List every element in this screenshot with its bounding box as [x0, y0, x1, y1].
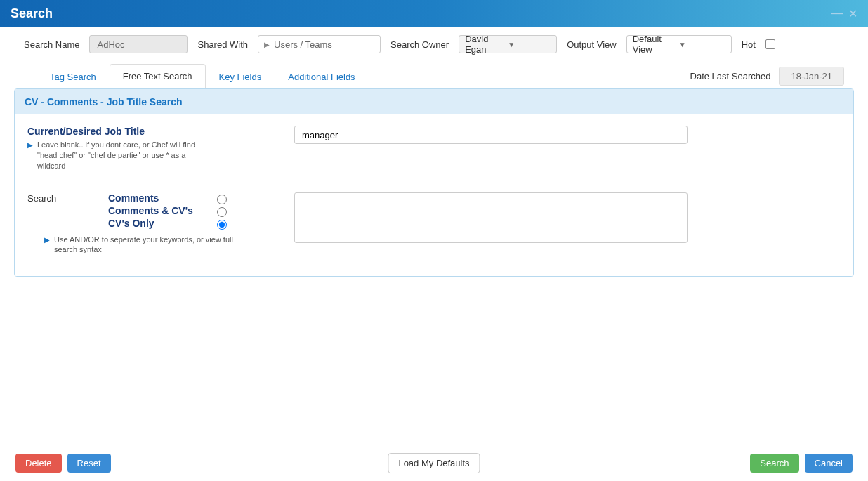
date-last-searched-group: Date Last Searched 18-Jan-21 [690, 67, 844, 86]
shared-with-value: Users / Teams [274, 39, 332, 50]
hot-checkbox[interactable] [765, 39, 775, 49]
panel-header: CV - Comments - Job Title Search [15, 89, 853, 114]
tabs: Tag Search Free Text Search Key Fields A… [37, 63, 369, 88]
chevron-down-icon: ▼ [508, 41, 551, 48]
footer: Delete Reset Load My Defaults Search Can… [0, 454, 868, 473]
date-last-searched-value: 18-Jan-21 [779, 67, 844, 86]
tab-tag-search[interactable]: Tag Search [37, 65, 110, 88]
search-owner-label: Search Owner [390, 39, 449, 50]
minimize-icon[interactable]: — [831, 7, 843, 20]
triangle-right-icon: ▶ [264, 41, 270, 48]
top-form-row: Search Name Shared With ▶ Users / Teams … [0, 27, 868, 53]
search-panel: CV - Comments - Job Title Search Current… [14, 88, 854, 277]
close-icon[interactable]: ✕ [848, 7, 857, 20]
search-radio-group: Comments Comments & CV's CV's Only [108, 192, 229, 230]
window-title: Search [11, 6, 53, 21]
search-button[interactable]: Search [750, 454, 798, 473]
search-name-input[interactable] [89, 35, 188, 53]
output-view-value: Default View [633, 34, 679, 55]
search-help-text: Use AND/OR to seperate your keywords, or… [54, 235, 237, 256]
job-title-label: Current/Desired Job Title [27, 126, 294, 137]
delete-button[interactable]: Delete [15, 454, 62, 473]
search-owner-value: David Egan [465, 34, 508, 55]
load-defaults-button[interactable]: Load My Defaults [388, 453, 480, 473]
radio-label-comments: Comments [108, 192, 213, 204]
search-keywords-textarea[interactable] [294, 192, 688, 243]
hot-label: Hot [742, 39, 756, 50]
job-title-input[interactable] [294, 126, 688, 144]
shared-with-select[interactable]: ▶ Users / Teams [258, 35, 381, 53]
tab-free-text-search[interactable]: Free Text Search [110, 64, 206, 88]
tab-additional-fields[interactable]: Additional Fields [275, 65, 368, 88]
output-view-select[interactable]: Default View ▼ [626, 35, 732, 53]
date-last-searched-label: Date Last Searched [690, 71, 771, 81]
radio-comments-cvs[interactable] [217, 207, 227, 217]
search-label: Search [27, 192, 108, 230]
job-title-help-text: Leave blank.. if you dont care, or Chef … [37, 140, 199, 171]
shared-with-label: Shared With [197, 39, 248, 50]
search-owner-select[interactable]: David Egan ▼ [459, 35, 557, 53]
tab-key-fields[interactable]: Key Fields [206, 65, 275, 88]
radio-label-cvs-only: CV's Only [108, 218, 213, 229]
chevron-down-icon: ▼ [679, 41, 725, 48]
job-title-row: Current/Desired Job Title ▶ Leave blank.… [27, 126, 841, 171]
triangle-right-icon: ▶ [27, 141, 33, 149]
reset-button[interactable]: Reset [67, 454, 111, 473]
tabs-row: Tag Search Free Text Search Key Fields A… [0, 53, 868, 88]
cancel-button[interactable]: Cancel [805, 454, 853, 473]
search-options-row: Search Comments Comments & CV's CV's Onl… [27, 192, 841, 256]
search-name-label: Search Name [24, 39, 79, 50]
radio-label-comments-cvs: Comments & CV's [108, 205, 213, 216]
radio-comments[interactable] [217, 195, 227, 204]
radio-cvs-only[interactable] [217, 220, 227, 230]
output-view-label: Output View [567, 39, 617, 50]
triangle-right-icon: ▶ [44, 236, 50, 256]
titlebar: Search — ✕ [0, 0, 868, 27]
